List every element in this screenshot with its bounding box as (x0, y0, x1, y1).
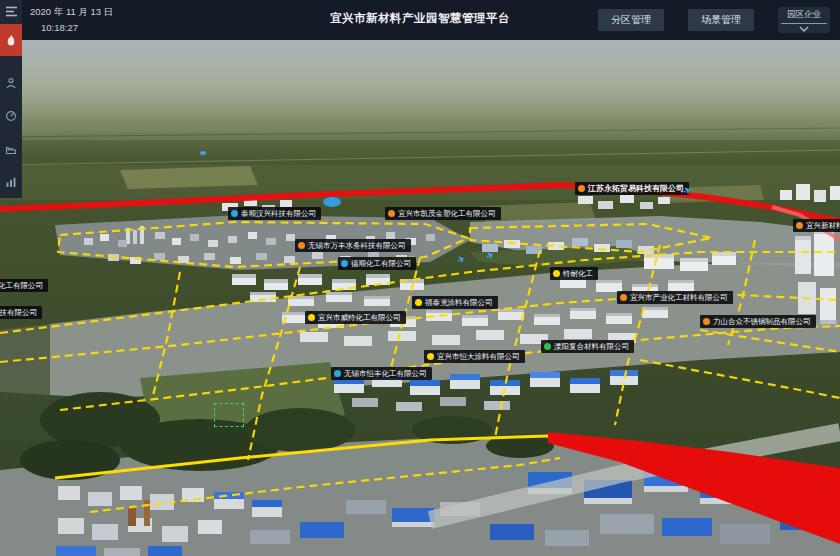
company-marker-icon (415, 299, 422, 306)
flame-icon (5, 34, 17, 47)
sidebar-item-enterprises[interactable] (0, 138, 22, 160)
sidebar-item-fire-monitor[interactable] (0, 24, 22, 56)
company-label-text: 鸿盛化工有限公司 (0, 281, 43, 290)
company-marker-icon (427, 353, 434, 360)
company-marker-icon (620, 294, 627, 301)
company-marker-icon (388, 210, 395, 217)
company-label[interactable]: 江苏永拓贸易科技有限公司 (575, 182, 689, 195)
company-label-text: 江苏永拓贸易科技有限公司 (588, 184, 684, 193)
company-label[interactable]: 德顺化工有限公司 (338, 257, 416, 270)
map-canvas[interactable] (0, 0, 840, 556)
dropdown-label: 园区企业 (778, 9, 830, 21)
company-label-text: 德顺化工有限公司 (351, 259, 411, 268)
company-marker-icon (703, 318, 710, 325)
company-label-text: 宜兴新材料有限公司 (806, 221, 840, 230)
company-label[interactable]: 宜兴市恒大涂料有限公司 (424, 350, 525, 363)
header-time: 10:18:27 (41, 22, 78, 33)
company-marker-icon (341, 260, 348, 267)
company-label-text: 无锡市万丰水务科技有限公司 (308, 241, 406, 250)
company-label[interactable]: 溧阳复合材料有限公司 (541, 340, 634, 353)
company-marker-icon (578, 185, 585, 192)
horizon-haze (0, 40, 840, 160)
header-bar: 2020 年 11 月 13 日 10:18:27 宜兴市新材料产业园智慧管理平… (0, 0, 840, 40)
menu-icon (5, 6, 18, 17)
company-label[interactable]: 无锡市万丰水务科技有限公司 (295, 239, 411, 252)
company-label-text: 泰顺汉兴科技有限公司 (241, 209, 316, 218)
company-label-text: 溧阳复合材料有限公司 (554, 342, 629, 351)
company-label[interactable]: 福泰克涂料有限公司 (412, 296, 498, 309)
company-label-text: 力山合众不锈钢制品有限公司 (713, 317, 811, 326)
bar-chart-icon (5, 176, 17, 188)
company-label[interactable]: 宜兴市凯茂金塑化工有限公司 (385, 207, 501, 220)
company-marker-icon (308, 314, 315, 321)
company-label[interactable]: 力山合众不锈钢制品有限公司 (700, 315, 816, 328)
factory-icon (5, 143, 17, 155)
company-marker-icon (553, 270, 560, 277)
company-label[interactable]: 宜兴市威特化工有限公司 (305, 311, 406, 324)
company-label-text: 福泰克涂料有限公司 (425, 298, 493, 307)
company-label[interactable]: 中新科技有限公司 (0, 306, 42, 319)
company-label-text: 宜兴市恒大涂料有限公司 (437, 352, 520, 361)
zone-management-button[interactable]: 分区管理 (598, 9, 664, 31)
company-marker-icon (298, 242, 305, 249)
header-date: 2020 年 11 月 13 日 (30, 6, 113, 19)
gauge-icon (5, 110, 17, 122)
header-actions: 分区管理 场景管理 园区企业 (598, 0, 830, 40)
chevron-down-icon (799, 26, 809, 32)
scene-management-button[interactable]: 场景管理 (688, 9, 754, 31)
sidebar-item-personnel[interactable] (0, 72, 22, 94)
company-label[interactable]: 宜兴新材料有限公司 (793, 219, 840, 232)
company-label[interactable]: 无锡市恒丰化工有限公司 (331, 367, 432, 380)
company-label-text: 无锡市恒丰化工有限公司 (344, 369, 427, 378)
person-icon (5, 77, 17, 89)
selection-box (214, 403, 244, 427)
sidebar-item-monitoring[interactable] (0, 105, 22, 127)
dropdown-divider (781, 23, 827, 24)
app-window: 泰顺汉兴科技有限公司宜兴市凯茂金塑化工有限公司江苏永拓贸易科技有限公司无锡市万丰… (0, 0, 840, 556)
company-label-text: 特耐化工 (563, 269, 593, 278)
company-label-text: 宜兴市威特化工有限公司 (318, 313, 401, 322)
company-marker-icon (796, 222, 803, 229)
company-label-text: 宜兴市产业化工材料有限公司 (630, 293, 728, 302)
company-label-text: 中新科技有限公司 (0, 308, 37, 317)
company-label[interactable]: 宜兴市产业化工材料有限公司 (617, 291, 733, 304)
company-marker-icon (544, 343, 551, 350)
page-title: 宜兴市新材料产业园智慧管理平台 (330, 11, 510, 26)
sidebar-item-statistics[interactable] (0, 171, 22, 193)
sidebar-item-menu[interactable] (0, 0, 22, 22)
company-label[interactable]: 特耐化工 (550, 267, 598, 280)
company-marker-icon (231, 210, 238, 217)
park-enterprise-dropdown[interactable]: 园区企业 (778, 7, 830, 33)
company-marker-icon (334, 370, 341, 377)
sidebar (0, 0, 22, 198)
company-label-text: 宜兴市凯茂金塑化工有限公司 (398, 209, 496, 218)
company-label[interactable]: 鸿盛化工有限公司 (0, 279, 48, 292)
company-label[interactable]: 泰顺汉兴科技有限公司 (228, 207, 321, 220)
